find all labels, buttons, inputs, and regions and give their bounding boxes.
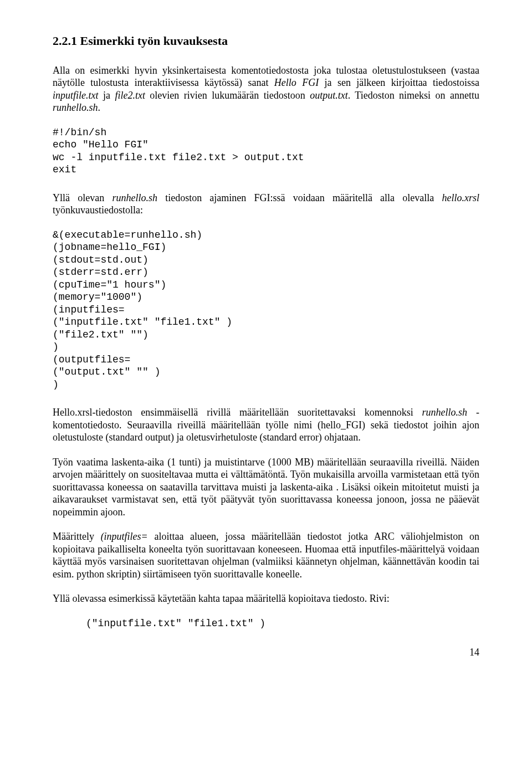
text: Määrittely — [53, 531, 101, 542]
text: ja — [99, 90, 115, 101]
text-italic: runhello.sh — [422, 407, 468, 418]
page-number: 14 — [53, 646, 479, 659]
paragraph-1: Alla on esimerkki hyvin yksinkertaisesta… — [53, 64, 479, 114]
code-block-1: #!/bin/sh echo "Hello FGI" wc -l inputfi… — [53, 126, 479, 176]
text-italic: runhello.sh — [53, 102, 98, 113]
paragraph-6: Yllä olevassa esimerkissä käytetään kaht… — [53, 592, 479, 605]
text: olevien rivien lukumäärän tiedostoon — [145, 90, 310, 101]
text-italic: Hello FGI — [274, 77, 319, 88]
text-italic: inputfile.txt — [53, 90, 99, 101]
text: . Tiedoston nimeksi on annettu — [348, 90, 479, 101]
paragraph-4: Työn vaatima laskenta-aika (1 tunti) ja … — [53, 456, 479, 519]
text-italic: runhello.sh — [112, 192, 157, 203]
text: Yllä olevan — [53, 192, 112, 203]
code-block-2: &(executable=runhello.sh) (jobname=hello… — [53, 229, 479, 391]
text: Hello.xrsl-tiedoston ensimmäisellä rivil… — [53, 407, 422, 418]
page-content: 2.2.1 Esimerkki työn kuvauksesta Alla on… — [0, 0, 532, 687]
paragraph-2: Yllä olevan runhello.sh tiedoston ajamin… — [53, 192, 479, 217]
paragraph-3: Hello.xrsl-tiedoston ensimmäisellä rivil… — [53, 406, 479, 444]
text: ja sen jälkeen kirjoittaa tiedostoissa — [319, 77, 479, 88]
text-italic: output.txt — [310, 90, 348, 101]
text-italic: file2.txt — [115, 90, 145, 101]
text: . — [98, 102, 101, 113]
text-italic: (inputfiles= — [101, 531, 148, 542]
text: tiedoston ajaminen FGI:ssä voidaan määri… — [157, 192, 442, 203]
text: työnkuvaustiedostolla: — [53, 204, 143, 216]
code-block-3: ("inputfile.txt" "file1.txt" ) — [53, 617, 479, 630]
text-italic: hello.xrsl — [442, 192, 480, 203]
paragraph-5: Määrittely (inputfiles= aloittaa alueen,… — [53, 530, 479, 580]
section-heading: 2.2.1 Esimerkki työn kuvauksesta — [53, 33, 479, 49]
